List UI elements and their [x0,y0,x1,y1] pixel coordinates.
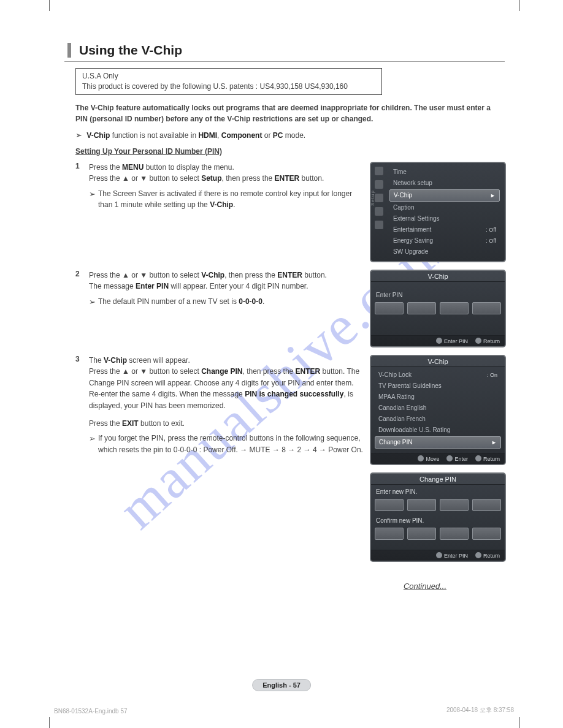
arrow-icon: ➢ [89,188,96,211]
pin-input-row [375,302,501,314]
menu-item[interactable]: MPAA Rating [375,392,501,403]
mode-note: ➢ V-Chip function is not available in HD… [75,131,505,140]
osd-title: Change PIN [371,474,505,485]
gear-icon [375,194,383,202]
osd-label: Confirm new PIN. [376,517,501,524]
foot-enter: Enter [446,455,468,462]
menu-icon [375,221,383,229]
pin-digit[interactable] [407,528,436,540]
arrow-icon: ➢ [75,131,82,140]
step-1: 1 Press the MENU button to display the m… [64,162,365,212]
pin-input-row [375,499,501,511]
usa-patent-box: U.S.A Only This product is covered by th… [75,68,382,95]
menu-item[interactable]: V-Chip Lock: On [375,370,501,381]
menu-item[interactable]: V-Chip► [389,189,500,202]
step-3-subnote: ➢ If you forget the PIN, press the remot… [89,433,365,455]
pin-digit[interactable] [440,499,469,511]
pin-input-row [375,528,501,540]
pin-digit[interactable] [472,499,501,511]
foot-return: Return [475,552,500,559]
osd-label: Enter PIN [376,292,501,298]
page-number-badge: English - 57 [252,679,311,691]
menu-item[interactable]: Network setup [389,178,500,189]
menu-item[interactable]: Entertainment: Off [389,224,500,235]
pin-digit[interactable] [375,302,404,314]
step-2: 2 Press the ▲ or ▼ button to select V-Ch… [64,270,365,309]
pin-digit[interactable] [407,302,436,314]
menu-item[interactable]: Time [389,167,500,178]
footer-right: 2008-04-18 오후 8:37:58 [446,706,514,715]
step-number: 1 [75,162,89,211]
osd-side-icons [375,167,386,257]
foot-return: Return [475,455,500,462]
step-2-subnote: ➢ The default PIN number of a new TV set… [89,296,365,308]
usa-line1: U.S.A Only [82,71,375,82]
page-content: Using the V-Chip U.S.A Only This product… [64,43,505,591]
osd-title: V-Chip [371,271,505,282]
intro-paragraph: The V-Chip feature automatically locks o… [75,102,505,124]
osd-vchip-menu: V-Chip V-Chip Lock: OnTV Parental Guidel… [370,355,506,465]
title-rule [64,61,505,62]
menu-item[interactable]: Canadian French [375,414,501,425]
pin-digit[interactable] [375,499,404,511]
menu-icon [375,207,383,216]
bold: V-Chip [86,131,110,140]
menu-item[interactable]: Change PIN► [375,436,501,449]
step-number: 3 [75,355,89,456]
pin-digit[interactable] [440,528,469,540]
foot-enter-pin: Enter PIN [436,338,468,344]
menu-item[interactable]: Energy Saving: Off [389,235,500,246]
osd-setup-menu: Setup TimeNetwork setupV-Chip►CaptionExt… [370,162,506,262]
pin-digit[interactable] [375,528,404,540]
foot-return: Return [475,338,500,344]
step-1-subnote: ➢ The Screen Saver is activated if there… [89,188,365,211]
footer-left: BN68-01532A-Eng.indb 57 [54,708,128,715]
subheading: Setting Up Your Personal ID Number (PIN) [75,147,505,156]
continued-label: Continued... [64,582,446,591]
menu-item[interactable]: SW Upgrade [389,246,500,257]
menu-item[interactable]: TV Parental Guidelines [375,381,501,392]
pin-digit[interactable] [472,528,501,540]
menu-icon [375,167,383,175]
pin-digit[interactable] [407,499,436,511]
pin-digit[interactable] [472,302,501,314]
page-title: Using the V-Chip [67,43,505,58]
menu-icon [375,180,383,189]
osd-enter-pin: V-Chip Enter PIN Enter PIN Return [370,270,506,347]
menu-item[interactable]: Canadian English [375,403,501,414]
osd-label: Enter new PIN. [376,488,501,495]
menu-item[interactable]: Downloadable U.S. Rating [375,425,501,436]
arrow-icon: ➢ [89,433,96,455]
osd-footer: Enter PIN Return [371,550,505,561]
step-number: 2 [75,270,89,308]
arrow-icon: ➢ [89,296,96,308]
menu-item[interactable]: Caption [389,202,500,213]
usa-line2: This product is covered by the following… [82,82,375,92]
step-3: 3 The V-Chip screen will appear. Press t… [64,355,365,457]
osd-footer: Enter PIN Return [371,335,505,346]
menu-item[interactable]: External Settings [389,213,500,224]
osd-footer: Move Enter Return [371,453,505,464]
osd-change-pin: Change PIN Enter new PIN. Confirm new PI… [370,472,506,562]
foot-enter-pin: Enter PIN [436,552,468,559]
foot-move: Move [418,455,439,462]
osd-title: V-Chip [371,356,505,367]
pin-digit[interactable] [440,302,469,314]
